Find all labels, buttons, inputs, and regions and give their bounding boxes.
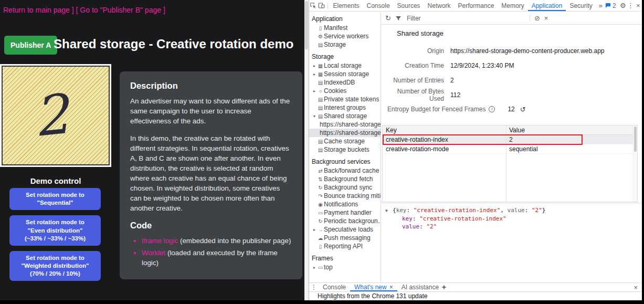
list-item: Worklet (loaded and executed by the ifra… [142,248,292,268]
sidebar-item-local-storage[interactable]: ▸▦Local storage [309,61,381,70]
sidebar-item-manifest[interactable]: ▯Manifest [309,24,381,32]
chevron-right-icon[interactable]: ▸ [312,227,317,232]
sidebar-item-private-state-tokens[interactable]: ▤Private state tokens [309,95,381,103]
close-tab-icon[interactable]: × [389,284,393,291]
sidebar-item-bounce-tracking[interactable]: ↷Bounce tracking miti… [309,192,381,200]
sidebar-section-background-services: Background services [309,157,381,166]
page-title: Shared storage - Creative rotation demo [54,37,293,51]
table-row-creative-rotation-index[interactable]: creative-rotation-index 2 [383,135,637,144]
sidebar-item-push-messaging[interactable]: ☁Push messaging [309,234,381,242]
info-icon[interactable]: i [489,106,495,112]
table-row-creative-rotation-mode[interactable]: creative-rotation-mode sequential [383,144,637,154]
drawer-close-icon[interactable]: × [629,284,642,291]
bracket-separator: ] [ [70,6,80,14]
tab-console-drawer[interactable]: Console [319,283,350,291]
issues-counter[interactable]: 2 [605,2,616,9]
tab-ai-assistance[interactable]: AI assistance [397,283,451,291]
sidebar-item-background-sync[interactable]: ↻Background sync [309,183,381,192]
sequential-mode-button[interactable]: Set rotation mode to "Sequential" [9,188,101,210]
database-icon: ▤ [317,147,324,153]
code-links-list: Iframe logic (embedded into the publishe… [130,236,292,268]
sidebar-item-indexeddb[interactable]: ▤IndexedDB [309,78,381,87]
tab-performance[interactable]: Performance [455,0,498,11]
scrollbar-thumb[interactable] [305,1,308,49]
page-scrollbar[interactable] [304,0,309,300]
cookie-icon: ○ [317,88,324,94]
tab-elements[interactable]: Elements [330,0,363,11]
expand-triangle-icon[interactable]: ▼ [385,207,393,215]
sidebar-item-periodic-background-sync[interactable]: ↻Periodic backgroun… [309,217,381,225]
settings-gear-icon[interactable]: ⚙ [619,0,627,12]
drawer-menu-icon[interactable]: ⋮ [309,284,319,291]
sidebar-section-storage: Storage [309,52,381,61]
chevron-down-icon[interactable]: ▾ [312,114,317,119]
button-line: Set rotation mode to [13,191,98,199]
sidebar-item-storage[interactable]: ▤Storage [309,40,381,49]
even-distribution-button[interactable]: Set rotation mode to "Even distribution"… [9,215,101,246]
tab-security[interactable]: Security [566,0,596,11]
cloud-icon: ☁ [317,235,324,241]
refresh-icon[interactable]: ↻ [385,14,391,22]
tab-application[interactable]: Application [528,0,566,11]
worklet-link[interactable]: Worklet [142,249,165,257]
sidebar-item-notifications[interactable]: ◉Notifications [309,200,381,208]
tab-console[interactable]: Console [363,0,394,11]
devtools-menu-icon[interactable]: ⋮ [627,0,634,12]
key-column-header[interactable]: Key [383,125,506,134]
sidebar-item-interest-groups[interactable]: ▤Interest groups [309,103,381,112]
fetch-arrows-icon: ⇅ [317,176,324,182]
notification-icon: ◉ [317,202,324,207]
sidebar-item-reporting-api[interactable]: ▯Reporting API [309,242,381,250]
panel-content: Shared storage Origin https://shared-sto… [381,25,642,282]
chevron-right-icon[interactable]: ▸ [312,64,317,68]
sidebar-item-storage-buckets[interactable]: ▤Storage buckets [309,145,381,154]
chevron-right-icon[interactable]: ▸ [312,72,317,77]
chevron-right-icon[interactable]: ▸ [312,265,317,270]
ai-spark-icon [441,285,447,290]
sidebar-item-speculative-loads[interactable]: ▸→Speculative loads [309,225,381,234]
return-main-link[interactable]: Return to main page [3,6,70,14]
sidebar-item-cookies[interactable]: ▸○Cookies [309,87,381,95]
preview-summary[interactable]: ▼{key: "creative-rotation-index", value:… [385,206,638,215]
tab-sources[interactable]: Sources [394,0,424,11]
toolbar-divider [328,2,328,9]
issues-bubble-icon [605,3,611,8]
sidebar-item-payment-handler[interactable]: ▭Payment handler [309,208,381,217]
value-column-header[interactable]: Value [506,125,637,134]
weighted-distribution-button[interactable]: Set rotation mode to "Weighted distribut… [9,251,101,281]
sidebar-item-top-frame[interactable]: ▸▭top [309,263,381,271]
entry-preview-pane: ▼{key: "creative-rotation-index", value:… [381,203,642,282]
sidebar-item-shared-storage[interactable]: ▾▤Shared storage [309,112,381,120]
tab-label: AI assistance [402,284,439,291]
reset-budget-icon[interactable]: ↺ [520,106,526,113]
inspect-element-icon[interactable] [309,2,318,9]
whats-new-header: Highlights from the Chrome 131 update [309,291,642,300]
scrollbar-thumb[interactable] [634,127,637,152]
field-value: 2 [450,77,454,84]
sidebar-item-shared-storage-origin-1[interactable]: https://shared-storage… [309,120,381,129]
more-tabs-icon[interactable]: » [596,0,605,11]
devtools-close-icon[interactable]: × [635,0,642,12]
sidebar-item-background-fetch[interactable]: ⇅Background fetch [309,175,381,183]
list-item: Iframe logic (embedded into the publishe… [142,236,292,246]
iframe-logic-link[interactable]: Iframe logic [142,237,178,245]
device-toolbar-icon[interactable] [318,2,326,9]
clear-icon[interactable]: × [544,14,548,22]
filter-icon [395,15,402,22]
sidebar-item-back-forward-cache[interactable]: ⇄Back/forward cache [309,166,381,175]
tab-whats-new[interactable]: What's new× [350,283,397,291]
sidebar-item-cache-storage[interactable]: ▤Cache storage [309,137,381,145]
tab-memory[interactable]: Memory [498,0,527,11]
sidebar-section-frames: Frames [309,254,381,263]
sidebar-item-shared-storage-origin-2[interactable]: https://shared-storage… [309,129,381,137]
ad-creative[interactable]: 2 [2,66,110,165]
publisher-b-link[interactable]: Go to "Publisher B" page [80,6,161,14]
table-scrollbar[interactable] [633,125,637,202]
table-cell-value: sequential [506,144,637,153]
sidebar-item-service-workers[interactable]: ⚙Service workers [309,32,381,40]
chevron-right-icon[interactable]: ▸ [312,89,317,93]
filter-input[interactable] [406,14,484,23]
sidebar-item-session-storage[interactable]: ▸▦Session storage [309,70,381,78]
tab-network[interactable]: Network [424,0,455,11]
delete-all-icon[interactable]: ⊘ [534,14,540,22]
